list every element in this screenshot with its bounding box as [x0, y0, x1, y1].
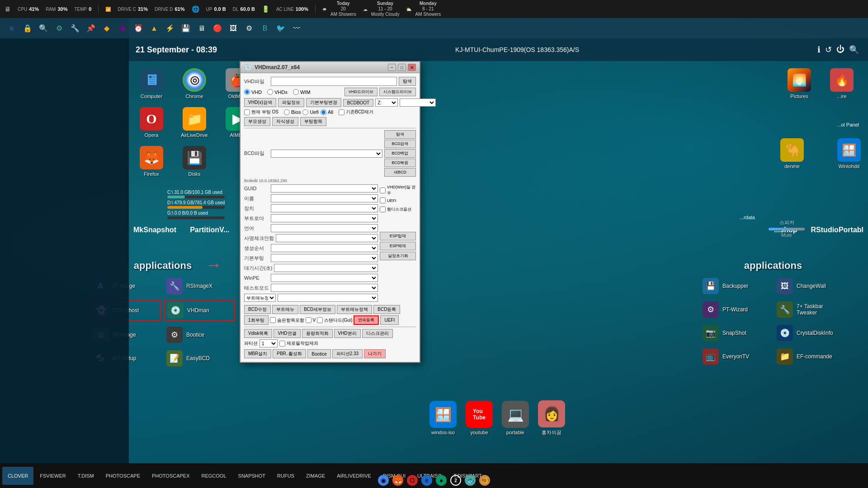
- vhdman-minimize-btn[interactable]: −: [388, 64, 396, 71]
- parent-gen-btn[interactable]: 부모생성: [244, 117, 270, 126]
- app-everyontv[interactable]: 📺 EveryonTV: [701, 347, 771, 366]
- bcd-find-btn[interactable]: BCD검색: [384, 140, 416, 148]
- dock-windos-iso[interactable]: 🪟 windos-iso: [429, 401, 457, 435]
- desktop-icon-camel[interactable]: 🐪 denme: [778, 136, 807, 172]
- current-os-check[interactable]: 현재 부팅 OS: [244, 109, 278, 115]
- dock-portable[interactable]: 💻 portable: [502, 401, 529, 435]
- guid-select[interactable]: [271, 184, 378, 192]
- partition-select[interactable]: 1: [259, 339, 278, 347]
- quick-image[interactable]: 🖼: [226, 21, 241, 36]
- disk-manage-btn[interactable]: 디스크관리: [362, 329, 393, 338]
- vhd-wim-checkbox[interactable]: [380, 188, 386, 193]
- bcd-file-select[interactable]: [271, 150, 382, 158]
- quick-b[interactable]: B: [258, 21, 272, 36]
- boot-list-btn[interactable]: 부팅항목: [300, 117, 326, 126]
- desktop-icon-airlivedrive[interactable]: 📁 AirLiveDrive: [174, 104, 215, 141]
- remove-work-check[interactable]: 제로필작업제외: [279, 340, 318, 347]
- boot-policy-value-select[interactable]: [278, 294, 378, 302]
- sys-drive-btn[interactable]: 시스템드라이브: [379, 88, 416, 96]
- capacity-opt-btn[interactable]: 용량최적화: [302, 329, 333, 338]
- desktop-icon-fire[interactable]: 🔥 ...ire: [822, 66, 861, 102]
- tray-green[interactable]: ●: [436, 475, 447, 486]
- app-taskbar-tweaker[interactable]: 🔧 7+ Taskbar Tweaker: [775, 300, 845, 319]
- taskbar-tdism[interactable]: T.DISM: [72, 467, 99, 485]
- desktop-icon-firefox[interactable]: 🦊 Firefox: [131, 143, 172, 180]
- app-snapshot[interactable]: 📷 SnapShot: [701, 323, 771, 343]
- reset-settings-btn[interactable]: 설정초기화: [380, 252, 416, 260]
- quick-triangle[interactable]: ▲: [147, 21, 161, 36]
- new-bcd-btn[interactable]: 새BCD: [384, 168, 416, 177]
- bcd-register-btn[interactable]: BCD등록: [373, 305, 400, 314]
- exit-btn[interactable]: 나가기: [364, 349, 386, 358]
- rstudio-shortcut[interactable]: RStudioPortabl: [811, 226, 863, 234]
- vdisk-list-btn[interactable]: Vdisk목록: [244, 329, 272, 338]
- app-easybcd[interactable]: 📝 EasyBCD: [165, 348, 235, 368]
- vhd-search-btn[interactable]: 탐색: [399, 77, 416, 86]
- app-crystaldisk[interactable]: 💿 CrystalDiskInfo: [775, 323, 845, 343]
- quick-purple[interactable]: ▣: [115, 21, 130, 36]
- v-checkbox[interactable]: [306, 317, 311, 323]
- quick-wave[interactable]: 〰: [289, 21, 304, 36]
- file-info-btn[interactable]: 파일정보: [278, 98, 304, 107]
- vhd-x-search-btn[interactable]: VHD(x)검색: [244, 98, 276, 107]
- taskbar-zimage[interactable]: ZIMAGE: [301, 467, 330, 485]
- app-ef-commande[interactable]: 📁 EF-commande: [775, 347, 845, 366]
- header-search-icon[interactable]: 🔍: [849, 45, 859, 55]
- wim-radio[interactable]: WIM: [293, 89, 311, 95]
- quick-ie[interactable]: e: [5, 21, 19, 36]
- desktop-icon-chrome[interactable]: ◎ Chrome: [174, 66, 215, 102]
- hdd-option-checkbox[interactable]: [380, 206, 386, 212]
- default-boot-btn[interactable]: 기본부팅변경: [306, 98, 341, 107]
- taskbar-regcool[interactable]: REGCOOL: [196, 467, 232, 485]
- current-os-checkbox[interactable]: [244, 109, 250, 115]
- bcd-remove-checkbox[interactable]: [339, 109, 344, 115]
- tray-fish[interactable]: 🐟: [465, 475, 476, 486]
- app-bootice[interactable]: ⚙ Bootice: [165, 325, 235, 345]
- vhd-split-btn[interactable]: VHD분리: [334, 329, 361, 338]
- bcd-copy-btn[interactable]: BCD복원: [384, 159, 416, 167]
- default-boot-select[interactable]: [271, 254, 378, 262]
- bcd-detail-btn[interactable]: BCD세부정보: [300, 305, 335, 314]
- quick-needle[interactable]: 📌: [84, 21, 98, 36]
- tray-ie[interactable]: e: [421, 475, 432, 486]
- quick-lightning[interactable]: ⚡: [163, 21, 177, 36]
- taskbar-clover[interactable]: CLOVER: [2, 467, 33, 485]
- bcd-remove-check[interactable]: 기존BCD제거: [339, 109, 373, 115]
- quick-disk[interactable]: 💾: [179, 21, 193, 36]
- tray-chrome[interactable]: ◉: [378, 475, 389, 486]
- hide-include-check[interactable]: 숨은항목포함: [270, 315, 304, 325]
- taskbar-fsviewer[interactable]: FSVIEWER: [34, 467, 71, 485]
- desktop-icon-wintohdd[interactable]: 🪟 Wintohdd: [835, 136, 863, 172]
- bios-radio-input[interactable]: [284, 109, 290, 115]
- v-check[interactable]: V: [306, 315, 316, 325]
- quick-gear[interactable]: ⚙: [52, 21, 66, 36]
- mkSnapshot-shortcut[interactable]: MkSnapshot: [133, 226, 176, 234]
- quick-tools[interactable]: 🔧: [68, 21, 82, 36]
- tray-firefox[interactable]: 🦊: [392, 475, 403, 486]
- name-select[interactable]: [271, 194, 378, 202]
- dock-hongcha[interactable]: 👩 홍차의꿈: [538, 400, 565, 436]
- desktop-icon-computer[interactable]: 🖥 Computer: [131, 66, 172, 102]
- partition-23-btn[interactable]: 파티션2.33: [332, 349, 363, 358]
- all-radio-input[interactable]: [321, 109, 326, 115]
- header-info-icon[interactable]: ℹ: [817, 45, 821, 55]
- taskbar-snapshot[interactable]: SNAPSHOT: [233, 467, 271, 485]
- standard-guide-check[interactable]: 스탠다드(Gui): [317, 315, 352, 325]
- taskbar-photoscape[interactable]: PHOTOSCAPE: [100, 467, 146, 485]
- quick-clock[interactable]: ⏰: [131, 21, 146, 36]
- app-rsimage[interactable]: 🔧 RSImageX: [165, 276, 235, 296]
- vhdman-maximize-btn[interactable]: □: [398, 64, 406, 71]
- taskbar-airlivedrive[interactable]: AIRLIVEDRIVE: [331, 467, 377, 485]
- screen-select[interactable]: [276, 234, 378, 242]
- app-pt-wizard[interactable]: ⚙ PT-Wizard: [701, 300, 771, 319]
- test-select[interactable]: [271, 284, 378, 292]
- all-radio[interactable]: All: [321, 109, 333, 115]
- boot-policy-select[interactable]: 부트메뉴정책: [244, 294, 276, 302]
- drive-select[interactable]: Z:: [375, 99, 398, 107]
- vhd-connect-btn[interactable]: VHD연결: [274, 329, 300, 338]
- esp-unmount-btn[interactable]: ESP해제: [380, 242, 416, 250]
- header-power-icon[interactable]: ⏻: [836, 45, 844, 55]
- drive-select2[interactable]: [400, 99, 436, 107]
- child-gen-btn[interactable]: 자식생성: [272, 117, 298, 126]
- wait-select[interactable]: [274, 264, 378, 272]
